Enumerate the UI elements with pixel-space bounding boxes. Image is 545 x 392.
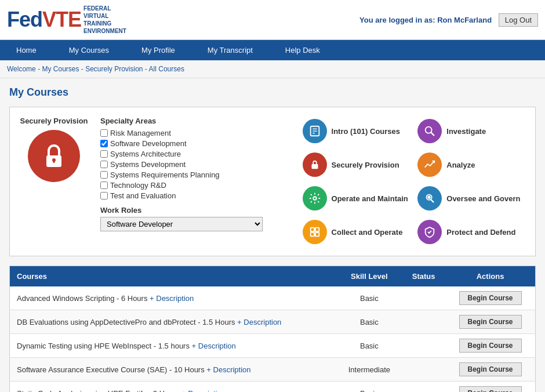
checkbox-input-4[interactable]	[100, 171, 108, 179]
table-body: Advanced Windows Scripting - 6 Hours + D…	[10, 286, 536, 392]
description-link-1[interactable]: + Description	[237, 318, 281, 326]
lock-icon	[28, 130, 80, 182]
table-row: Software Assurance Executive Course (SAE…	[10, 358, 536, 382]
status-cell-0	[402, 286, 445, 310]
username: Ron McFarland	[437, 16, 492, 24]
svg-line-8	[431, 132, 434, 135]
nav-item-help-desk[interactable]: Help Desk	[269, 40, 336, 60]
category-btn-6[interactable]: Collect and Operate	[300, 217, 411, 246]
checkbox-input-2[interactable]	[100, 150, 108, 158]
checkbox-input-3[interactable]	[100, 161, 108, 168]
course-name-cell-4: Static Code Analysis using HPE Fortify -…	[10, 382, 337, 393]
description-link-3[interactable]: + Description	[206, 365, 250, 374]
begin-course-button-1[interactable]: Begin Course	[459, 315, 522, 329]
category-btn-3[interactable]: Analyze	[415, 150, 526, 179]
action-cell-4: Begin Course	[445, 382, 535, 393]
login-text: You are logged in as:	[359, 16, 435, 24]
nav-item-my-profile[interactable]: My Profile	[125, 40, 191, 60]
category-btn-1[interactable]: Investigate	[415, 117, 526, 146]
begin-course-button-4[interactable]: Begin Course	[459, 386, 522, 392]
checkbox-3[interactable]: Systems Development	[100, 160, 289, 169]
checkbox-6[interactable]: Test and Evaluation	[100, 191, 289, 200]
category-btn-7[interactable]: Protect and Defend	[415, 217, 526, 246]
logo-area: FedVTE FEDERALVIRTUALTRAININGENVIRONMENT	[7, 5, 126, 35]
begin-course-button-0[interactable]: Begin Course	[459, 291, 522, 305]
category-btn-0[interactable]: Intro (101) Courses	[300, 117, 411, 146]
breadcrumb-item-1[interactable]: My Courses	[42, 65, 79, 73]
category-label-6: Collect and Operate	[332, 228, 403, 237]
logo-subtitle: FEDERALVIRTUALTRAININGENVIRONMENT	[83, 5, 126, 35]
col-actions: Actions	[445, 266, 535, 287]
category-icon-4	[303, 186, 327, 210]
work-roles-select[interactable]: Software DeveloperSystems DeveloperEnter…	[100, 217, 263, 231]
category-icon-5	[417, 186, 442, 210]
checkbox-5[interactable]: Technology R&D	[100, 181, 289, 190]
action-cell-3: Begin Course	[445, 358, 535, 382]
svg-rect-14	[310, 228, 314, 231]
begin-course-button-2[interactable]: Begin Course	[459, 339, 522, 353]
logo-fed: Fed	[7, 8, 42, 32]
skill-level-cell-4: Basic	[336, 382, 402, 393]
table-row: Static Code Analysis using HPE Fortify -…	[10, 382, 536, 393]
checkbox-input-5[interactable]	[100, 182, 108, 189]
nav-item-my-courses[interactable]: My Courses	[53, 40, 125, 60]
action-cell-1: Begin Course	[445, 310, 535, 334]
col-courses: Courses	[10, 266, 337, 287]
status-cell-2	[402, 334, 445, 358]
skill-level-cell-2: Basic	[336, 334, 402, 358]
skill-level-cell-1: Basic	[336, 310, 402, 334]
course-name-cell-1: DB Evaluations using AppDetectivePro and…	[10, 310, 337, 334]
col-skill: Skill Level	[336, 266, 402, 287]
category-icon-3	[417, 153, 442, 177]
checkbox-input-6[interactable]	[100, 192, 108, 199]
breadcrumb: Welcome - My Courses - Securely Provisio…	[0, 60, 545, 78]
action-cell-0: Begin Course	[445, 286, 535, 310]
checkbox-input-0[interactable]	[100, 129, 108, 137]
logo: FedVTE FEDERALVIRTUALTRAININGENVIRONMENT	[7, 5, 126, 35]
svg-rect-9	[311, 164, 318, 169]
category-btn-2[interactable]: Securely Provision	[300, 150, 411, 179]
header-right: You are logged in as: Ron McFarland Log …	[359, 13, 538, 27]
course-table: Courses Skill Level Status Actions Advan…	[9, 266, 536, 392]
work-roles-heading: Work Roles	[100, 206, 289, 215]
page-title: My Courses	[9, 86, 536, 99]
securely-provision-label: Securely Provision	[20, 117, 88, 125]
category-label-7: Protect and Defend	[446, 228, 515, 237]
description-link-0[interactable]: + Description	[150, 294, 194, 303]
logout-button[interactable]: Log Out	[499, 13, 538, 27]
category-btn-4[interactable]: Operate and Maintain	[300, 184, 411, 213]
svg-rect-15	[315, 228, 318, 231]
checkbox-2[interactable]: Systems Architecture	[100, 150, 289, 158]
category-label-1: Investigate	[446, 127, 486, 136]
category-label-0: Intro (101) Courses	[332, 127, 400, 136]
checkbox-1[interactable]: Software Development	[100, 139, 289, 148]
skill-level-cell-3: Intermediate	[336, 358, 402, 382]
col-status: Status	[402, 266, 445, 287]
action-cell-2: Begin Course	[445, 334, 535, 358]
header: FedVTE FEDERALVIRTUALTRAININGENVIRONMENT…	[0, 0, 545, 40]
description-link-2[interactable]: + Description	[192, 342, 236, 350]
description-link-4[interactable]: + Description	[181, 389, 226, 393]
status-cell-4	[402, 382, 445, 393]
nav: HomeMy CoursesMy ProfileMy TranscriptHel…	[0, 40, 545, 60]
table-row: Dynamic Testing using HPE WebInspect - 1…	[10, 334, 536, 358]
category-label-3: Analyze	[446, 161, 475, 169]
svg-rect-17	[315, 233, 318, 236]
main-content: My Courses Securely Provision Specialty …	[0, 78, 545, 392]
breadcrumb-item-3[interactable]: All Courses	[149, 65, 184, 73]
breadcrumb-item-2[interactable]: Securely Provision	[85, 65, 143, 73]
checkboxes-container: Risk Management Software Development Sys…	[100, 129, 289, 200]
logo-vte: VTE	[42, 8, 81, 32]
checkbox-input-1[interactable]	[100, 140, 108, 147]
course-name-cell-3: Software Assurance Executive Course (SAE…	[10, 358, 337, 382]
breadcrumb-item-0[interactable]: Welcome	[7, 65, 36, 73]
category-icon-0	[303, 119, 327, 143]
nav-item-my-transcript[interactable]: My Transcript	[191, 40, 269, 60]
checkbox-4[interactable]: Systems Requirements Planning	[100, 170, 289, 179]
category-btn-5[interactable]: Oversee and Govern	[415, 184, 526, 213]
begin-course-button-3[interactable]: Begin Course	[459, 362, 522, 376]
checkbox-0[interactable]: Risk Management	[100, 129, 289, 137]
left-panel: Securely Provision	[19, 117, 89, 182]
nav-item-home[interactable]: Home	[0, 40, 53, 60]
svg-point-12	[428, 196, 431, 198]
